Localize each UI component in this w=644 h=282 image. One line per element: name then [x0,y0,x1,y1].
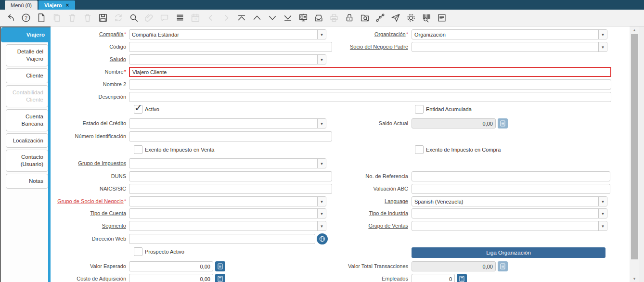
activo-checkbox-box[interactable]: ✓ [134,105,142,114]
field-valuacion-abc[interactable] [412,184,610,194]
field-numero-identificacion[interactable] [129,131,332,141]
liga-organizacion-button[interactable]: Liga Organización [412,247,605,258]
checkbox-activo[interactable]: ✓Activo [134,105,159,114]
label-text-valor-esperado: Valor Esperado [90,263,126,269]
workflow-icon[interactable] [374,12,386,24]
field-tipo-de-industria[interactable]: ▾ [412,208,607,218]
label-text-grupo-de-socio-del-negocio[interactable]: Grupo de Socio del Negocio [57,198,124,204]
checkbox-prospecto-activo[interactable]: Prospecto Activo [134,247,184,256]
field-saludo[interactable]: ▾ [129,54,326,64]
sidebar-tab-notas[interactable]: Notas [6,174,48,189]
scrollbar-thumb[interactable] [631,34,638,259]
field-nombre[interactable]: Viajero Cliente [129,67,611,77]
preferences-icon[interactable] [405,12,417,24]
dropdown-arrow-icon[interactable]: ▾ [598,209,607,218]
help-icon[interactable]: ? [20,12,32,24]
form-area: Compañía*Compañía Estándar▾Organización*… [52,26,630,282]
calculator-button[interactable] [215,274,225,282]
save-icon[interactable] [97,12,109,24]
sidebar-tab-contacto-usuario[interactable]: Contacto (Usuario) [6,150,48,172]
field-saldo-actual: 0,00 [412,118,496,128]
dropdown-arrow-icon[interactable]: ▾ [598,221,607,231]
sidebar-tab-viajero[interactable]: Viajero [1,27,51,42]
calculator-button[interactable] [457,274,467,282]
calculator-button[interactable] [215,261,225,271]
field-language[interactable]: Spanish (Venezuela)▾ [412,196,607,206]
field-empleados[interactable]: 0 [412,274,455,282]
sidebar-tab-cliente[interactable]: Cliente [6,68,48,83]
dropdown-arrow-icon[interactable]: ▾ [317,159,326,168]
sidebar-tab-cuenta-bancaria[interactable]: Cuenta Bancaria [6,109,48,131]
label-text-tipo-de-industria[interactable]: Tipo de Industria [369,210,408,216]
barcode-icon[interactable] [421,12,432,24]
checkbox-entidad-acumulada[interactable]: Entidad Acumulada [415,105,472,114]
field-naics-sic[interactable] [129,184,332,194]
label-text-language[interactable]: Language [385,198,408,204]
memo-icon[interactable] [436,12,448,24]
label-nombre: Nombre* [52,69,126,75]
label-text-no-de-referencia: No. de Referencia [365,173,408,179]
field-costo-de-adquisicion[interactable]: 0,00 [129,274,213,282]
undo-icon[interactable] [5,12,16,24]
label-direccion-web: Dirección Web [52,236,126,242]
label-text-segmento[interactable]: Segmento [102,223,126,229]
label-text-compania[interactable]: Compañía [99,31,124,37]
exento-de-impuesto-en-compra-checkbox-box[interactable] [415,145,424,154]
checkbox-exento-de-impuesto-en-venta[interactable]: Exento de Impuesto en Venta [134,145,214,154]
field-codigo[interactable] [129,42,332,52]
label-text-socio-del-negocio-padre[interactable]: Socio del Negocio Padre [350,44,408,50]
entidad-acumulada-checkbox-box[interactable] [415,105,424,114]
sidebar-tab-detalle-del-viajero[interactable]: Detalle del Viajero [6,44,48,66]
zoom-across-icon[interactable] [359,12,371,24]
scroll-down-icon[interactable]: ▾ [630,275,639,282]
report-icon[interactable] [297,12,309,24]
field-organizacion[interactable]: Organización▾ [412,29,607,39]
required-asterisk: * [124,69,126,75]
scroll-up-icon[interactable]: ▴ [630,26,639,33]
window-tab-viajero[interactable]: Viajero× [39,0,75,10]
dropdown-arrow-icon[interactable]: ▾ [598,197,607,206]
field-tipo-de-cuenta[interactable]: ▾ [129,208,326,218]
dropdown-arrow-icon[interactable]: ▾ [598,42,607,51]
field-segmento[interactable]: ▾ [129,221,326,231]
sidebar-tab-localizacion[interactable]: Localización [6,133,48,148]
field-nombre-2[interactable] [129,79,611,90]
send-mail-icon[interactable] [390,12,401,24]
field-compania[interactable]: Compañía Estándar▾ [129,29,326,39]
label-text-grupo-de-impuestos[interactable]: Grupo de Impuestos [78,160,126,166]
lock-icon[interactable] [344,12,355,24]
field-valor-esperado[interactable]: 0,00 [129,261,213,271]
field-grupo-de-socio-del-negocio[interactable]: ▾ [129,196,326,206]
field-descripcion[interactable] [129,92,611,102]
find-icon[interactable] [128,12,140,24]
field-grupo-de-ventas[interactable]: ▾ [412,221,607,231]
field-no-de-referencia[interactable] [412,171,610,181]
label-text-grupo-de-ventas[interactable]: Grupo de Ventas [368,223,408,229]
globe-icon[interactable] [317,233,328,244]
checkbox-exento-de-impuesto-en-compra[interactable]: Exento de Impuesto en Compra [415,145,501,154]
dropdown-arrow-icon[interactable]: ▾ [598,30,607,39]
detail-record-icon [220,12,232,24]
field-socio-del-negocio-padre[interactable]: ▾ [412,42,607,52]
last-record-icon[interactable] [282,12,294,24]
label-text-tipo-de-cuenta[interactable]: Tipo de Cuenta [90,210,126,216]
grid-toggle-icon[interactable] [174,12,186,24]
vertical-scrollbar[interactable]: ▴ ▾ [630,26,639,282]
field-direccion-web[interactable] [129,234,315,244]
prospecto-activo-checkbox-box[interactable] [134,247,142,256]
new-record-icon[interactable] [36,12,47,24]
previous-record-icon[interactable] [251,12,263,24]
first-record-icon[interactable] [236,12,247,24]
label-text-organizacion[interactable]: Organización [374,31,406,37]
field-duns[interactable] [129,171,332,181]
dropdown-arrow-icon[interactable]: ▾ [317,55,326,64]
next-record-icon[interactable] [267,12,278,24]
label-text-saludo[interactable]: Saludo [110,56,126,62]
field-grupo-de-impuestos[interactable]: ▾ [129,158,326,168]
archive-icon[interactable] [313,12,324,24]
exento-de-impuesto-en-venta-checkbox-box[interactable] [134,145,142,154]
field-estado-del-credito[interactable]: ▾ [129,118,326,128]
tab-close-icon[interactable]: × [66,2,69,8]
toolbar: ?31 [0,10,644,26]
window-tab-menu-0[interactable]: Menú (0) [5,0,38,10]
